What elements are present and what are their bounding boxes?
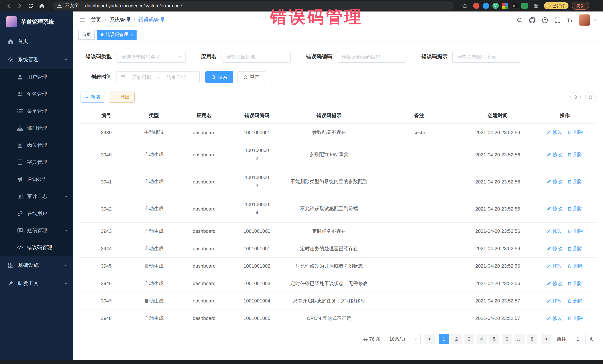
page-button-5[interactable]: 5 <box>489 334 499 344</box>
hamburger-icon[interactable] <box>79 17 86 23</box>
extensions-puzzle-icon[interactable] <box>531 1 541 10</box>
add-button[interactable]: + 新增 <box>81 92 105 103</box>
tag-close-icon[interactable]: × <box>130 33 133 37</box>
sidebar-item-menu-list[interactable]: 菜单管理 <box>0 103 73 120</box>
browser-forward-icon[interactable] <box>15 1 24 10</box>
delete-link[interactable]: 删除 <box>567 129 583 136</box>
github-icon[interactable] <box>529 17 535 23</box>
edit-link[interactable]: 修改 <box>546 206 562 212</box>
sidebar-item-online[interactable]: 在线用户 <box>0 205 73 222</box>
pager-ellipsis[interactable]: ... <box>514 334 525 344</box>
column-header: 应用名 <box>176 108 232 124</box>
sidebar-item-book[interactable]: 字典管理 <box>0 154 73 171</box>
page-button-6[interactable]: 6 <box>502 334 512 344</box>
tag-home[interactable]: 首页 <box>78 30 95 39</box>
extension-vue-icon[interactable]: V <box>492 3 499 9</box>
search-icon[interactable] <box>516 17 523 23</box>
font-size-icon[interactable]: TT <box>567 17 573 23</box>
edit-link[interactable]: 修改 <box>546 280 562 287</box>
delete-link[interactable]: 删除 <box>567 206 583 212</box>
delete-link[interactable]: 删除 <box>567 178 583 185</box>
cell-hint: 参数配置不存在 <box>281 124 377 141</box>
fullscreen-icon[interactable] <box>554 17 560 23</box>
export-button[interactable]: 导出 <box>109 92 135 103</box>
app-logo[interactable]: 芋道管理系统 <box>0 11 73 32</box>
sidebar-item-sms[interactable]: 短信管理 <box>0 222 73 239</box>
sidebar-item-tools[interactable]: 研发工具 <box>0 274 73 292</box>
search-button[interactable]: 搜索 <box>205 71 233 83</box>
delete-link[interactable]: 删除 <box>567 315 583 321</box>
sidebar-item-home[interactable]: 首页 <box>0 32 73 50</box>
sidebar-item-tree[interactable]: 部门管理 <box>0 120 73 137</box>
edit-link[interactable]: 修改 <box>546 228 562 234</box>
goto-page-input[interactable] <box>570 334 586 344</box>
delete-link[interactable]: 删除 <box>567 245 583 252</box>
page-button-4[interactable]: 4 <box>476 334 487 344</box>
browser-reload-icon[interactable] <box>26 1 36 10</box>
edit-link[interactable]: 修改 <box>546 129 562 136</box>
user-avatar[interactable] <box>579 14 590 26</box>
date-end-input[interactable] <box>162 74 191 80</box>
extension-red-icon[interactable] <box>473 3 479 9</box>
edit-link[interactable]: 修改 <box>546 315 562 321</box>
edit-link[interactable]: 修改 <box>546 245 562 252</box>
edit-link[interactable]: 修改 <box>546 178 562 185</box>
plus-icon: + <box>85 94 89 100</box>
page-button-8[interactable]: 8 <box>527 334 537 344</box>
show-search-toggle-button[interactable] <box>570 92 581 102</box>
edit-link[interactable]: 修改 <box>546 263 562 269</box>
help-icon[interactable]: ? <box>542 17 548 23</box>
avatar-chevron-down-icon[interactable] <box>593 18 597 22</box>
extension-green-icon[interactable] <box>521 3 527 9</box>
app-name-input[interactable] <box>221 51 290 63</box>
extension-blue-icon[interactable] <box>483 3 489 9</box>
breadcrumb-home[interactable]: 首页 <box>91 17 101 23</box>
delete-link[interactable]: 删除 <box>567 151 583 158</box>
edit-link[interactable]: 修改 <box>546 151 562 158</box>
error-type-select[interactable] <box>116 51 186 63</box>
edit-link[interactable]: 修改 <box>546 298 562 304</box>
page-button-2[interactable]: 2 <box>451 334 462 344</box>
page-button-3[interactable]: 3 <box>464 334 474 344</box>
upload-icon <box>114 95 118 99</box>
prev-page-button[interactable]: < <box>425 334 435 344</box>
browser-back-icon[interactable] <box>4 1 13 10</box>
browser-update-button[interactable]: 更新 <box>572 2 589 10</box>
delete-link[interactable]: 删除 <box>567 280 583 287</box>
extension-on-badge[interactable]: on <box>511 3 518 9</box>
browser-menu-icon[interactable]: ⋮ <box>593 3 599 9</box>
sidebar-item-gear[interactable]: 系统管理 <box>0 50 73 69</box>
refresh-table-button[interactable] <box>585 92 596 102</box>
error-hint-input[interactable] <box>452 51 521 63</box>
error-code-input[interactable] <box>337 51 406 63</box>
address-bar[interactable]: 不安全 dashboard.yudao.iocoder.cn/system/er… <box>53 1 454 10</box>
menu-label: 岗位管理 <box>27 142 47 149</box>
error-type-select-input[interactable] <box>116 51 186 63</box>
breadcrumb-system[interactable]: 系统管理 <box>109 17 130 23</box>
sidebar-item-users[interactable]: 角色管理 <box>0 86 73 103</box>
sidebar-item-infra[interactable]: 基础设施 <box>0 256 73 274</box>
sidebar-item-announce[interactable]: 通知公告 <box>0 171 73 188</box>
page-button-1[interactable]: 1 <box>439 334 449 344</box>
cell-memo <box>377 168 462 195</box>
browser-home-icon[interactable] <box>37 1 47 10</box>
tag-error-code[interactable]: 错误码管理 × <box>97 30 137 39</box>
submenu-system: 用户管理角色管理菜单管理部门管理岗位管理字典管理通知公告审计日志在线用户短信管理… <box>0 69 73 256</box>
bookmark-star-icon[interactable] <box>460 1 470 10</box>
sidebar-item-user[interactable]: 用户管理 <box>0 69 73 86</box>
delete-link[interactable]: 删除 <box>567 298 583 304</box>
sidebar-item-badge[interactable]: 岗位管理 <box>0 137 73 154</box>
reset-button[interactable]: 重置 <box>237 71 265 83</box>
sidebar-item-code[interactable]: </>错误码管理 <box>0 239 73 256</box>
calendar-icon <box>120 75 126 80</box>
date-start-input[interactable] <box>127 74 156 80</box>
extension-grid-icon[interactable] <box>502 3 508 9</box>
delete-link[interactable]: 删除 <box>567 263 583 269</box>
page-size-select[interactable]: 10条/页 <box>386 334 421 344</box>
sidebar-item-log[interactable]: 审计日志 <box>0 188 73 205</box>
cell-id: 3944 <box>81 240 132 257</box>
profile-paused-chip[interactable]: 已暂停 <box>544 2 568 9</box>
delete-link[interactable]: 删除 <box>567 228 583 234</box>
next-page-button[interactable]: > <box>541 334 551 344</box>
create-time-range-picker[interactable]: - <box>116 71 200 83</box>
